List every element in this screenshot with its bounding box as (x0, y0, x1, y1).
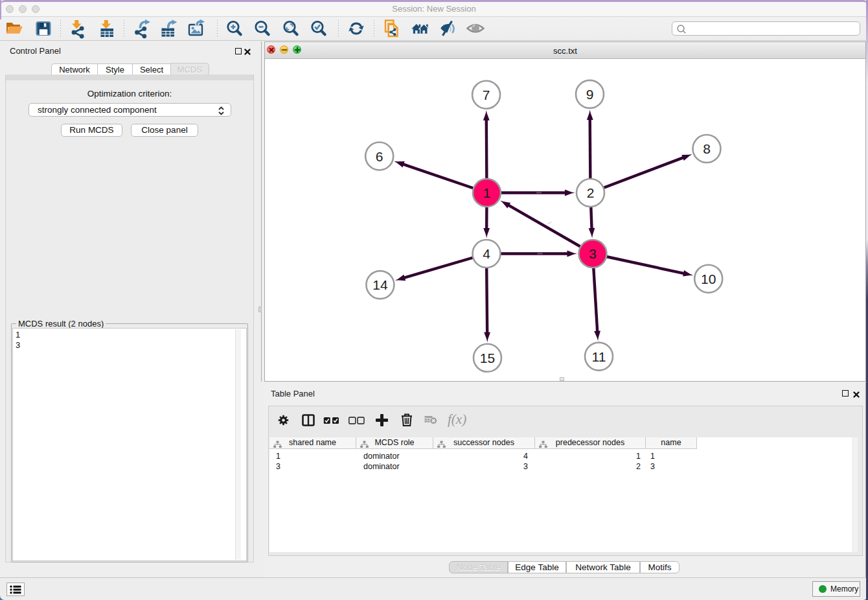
svg-text:7: 7 (483, 87, 490, 102)
svg-text:1: 1 (483, 185, 491, 200)
svg-text:2: 2 (587, 185, 595, 200)
svg-text:9: 9 (586, 87, 594, 102)
svg-text:14: 14 (372, 277, 388, 292)
svg-text:4: 4 (483, 246, 490, 261)
svg-text:11: 11 (592, 349, 606, 364)
svg-text:10: 10 (701, 271, 716, 286)
svg-text:6: 6 (376, 149, 383, 164)
svg-text:15: 15 (480, 351, 495, 365)
svg-text:3: 3 (589, 246, 597, 261)
svg-text:8: 8 (703, 141, 711, 156)
